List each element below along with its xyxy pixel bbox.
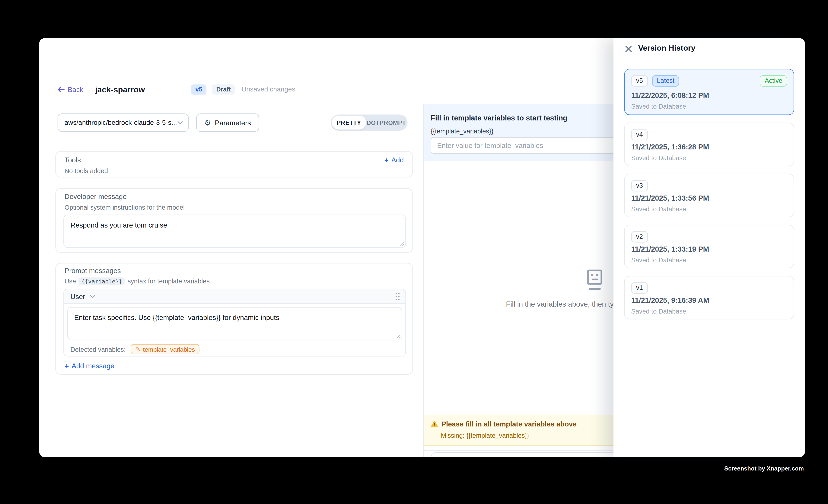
back-button[interactable]: Back xyxy=(57,85,83,93)
subtitle-prefix: Use xyxy=(65,278,76,285)
version-chip: v5 xyxy=(631,75,648,87)
toggle-pretty[interactable]: PRETTY xyxy=(332,116,366,129)
version-storage: Saved to Database xyxy=(631,205,686,213)
version-storage: Saved to Database xyxy=(631,154,686,162)
version-history-title: Version History xyxy=(638,43,695,52)
prompt-messages-card: Prompt messages Use {{variable}} syntax … xyxy=(55,263,413,375)
version-card-v5[interactable]: v5 Latest Active 11/22/2025, 6:08:12 PM … xyxy=(624,69,794,115)
version-card-v2[interactable]: v2 11/21/2025, 1:33:19 PM Saved to Datab… xyxy=(624,225,794,268)
version-history-panel: Version History v5 Latest Active 11/22/2… xyxy=(614,38,805,457)
model-select-value: aws/anthropic/bedrock-claude-3-5-s... xyxy=(65,119,177,126)
model-select[interactable]: aws/anthropic/bedrock-claude-3-5-s... xyxy=(57,114,189,132)
version-timestamp: 11/21/2025, 1:36:28 PM xyxy=(631,143,709,151)
message-field-wrap: Enter task specifics. Use {{template_var… xyxy=(67,307,402,340)
watermark-text: Screenshot by Xnapper.com xyxy=(724,465,804,471)
detected-variable-chip[interactable]: ✎ template_variables xyxy=(131,344,200,354)
developer-message-subtitle: Optional system instructions for the mod… xyxy=(65,204,184,211)
version-card-v1[interactable]: v1 11/21/2025, 9:16:39 AM Saved to Datab… xyxy=(624,276,794,320)
chip-row: v4 xyxy=(631,129,648,140)
bot-face-icon xyxy=(587,269,603,292)
add-tool-button[interactable]: + Add xyxy=(384,156,404,164)
chip-row: v5 Latest xyxy=(631,75,679,87)
add-tool-label: Add xyxy=(391,156,404,164)
message-input[interactable]: Enter task specifics. Use {{template_var… xyxy=(67,307,402,340)
warning-missing-text: Missing: {{template_variables}} xyxy=(441,432,529,439)
version-chip: v1 xyxy=(631,282,648,294)
parameters-button[interactable]: ⚙ Parameters xyxy=(196,114,259,132)
detected-variables-label: Detected variables: xyxy=(70,345,126,353)
detected-variable-name: template_variables xyxy=(143,346,195,352)
detected-variables-row: Detected variables: ✎ template_variables xyxy=(70,344,200,354)
message-header: User xyxy=(64,289,405,304)
version-card-v4[interactable]: v4 11/21/2025, 1:36:28 PM Saved to Datab… xyxy=(624,123,794,166)
plus-icon: + xyxy=(65,362,69,370)
latest-chip: Latest xyxy=(652,75,679,87)
prompt-messages-subtitle: Use {{variable}} syntax for template var… xyxy=(65,278,210,285)
warning-triangle-icon xyxy=(431,420,438,427)
variable-syntax-chip: {{variable}} xyxy=(79,278,125,285)
close-icon[interactable] xyxy=(625,45,632,53)
version-storage: Saved to Database xyxy=(631,256,686,264)
role-value: User xyxy=(70,292,85,300)
version-chip: v4 xyxy=(631,129,648,140)
version-timestamp: 11/21/2025, 1:33:19 PM xyxy=(631,245,709,253)
format-toggle: PRETTY DOTPROMPT xyxy=(331,115,408,131)
chip-row: v3 xyxy=(631,180,648,192)
add-message-button[interactable]: + Add message xyxy=(65,362,114,370)
tools-title: Tools xyxy=(65,156,81,164)
warning-title-row: Please fill in all template variables ab… xyxy=(431,420,577,428)
warning-title: Please fill in all template variables ab… xyxy=(442,420,577,428)
developer-message-title: Developer message xyxy=(65,193,127,201)
version-timestamp: 11/22/2025, 6:08:12 PM xyxy=(631,91,709,99)
toggle-dotprompt[interactable]: DOTPROMPT xyxy=(366,116,407,129)
version-card-v3[interactable]: v3 11/21/2025, 1:33:56 PM Saved to Datab… xyxy=(624,174,794,217)
version-storage: Saved to Database xyxy=(631,103,686,110)
drag-handle-icon[interactable] xyxy=(395,292,400,300)
subtitle-suffix: syntax for template variables xyxy=(128,278,210,285)
developer-message-card: Developer message Optional system instru… xyxy=(55,188,413,253)
role-select[interactable]: User xyxy=(70,292,95,300)
page-title: jack-sparrow xyxy=(95,85,145,94)
parameters-label: Parameters xyxy=(215,119,251,127)
gear-icon: ⚙ xyxy=(204,119,211,126)
version-timestamp: 11/21/2025, 9:16:39 AM xyxy=(631,296,709,304)
back-label: Back xyxy=(68,85,83,93)
draft-badge: Draft xyxy=(212,84,235,95)
chevron-down-icon xyxy=(90,295,95,298)
template-variable-label: {{template_variables}} xyxy=(431,127,494,135)
header-row: Back jack-sparrow v5 Draft Unsaved chang… xyxy=(57,84,295,95)
chip-row: v2 xyxy=(631,231,648,243)
version-badge: v5 xyxy=(191,84,207,95)
empty-state-text: Fill in the variables above, then typ xyxy=(506,300,618,308)
version-chip: v3 xyxy=(631,180,648,192)
developer-message-input[interactable]: Respond as you are tom cruise xyxy=(64,215,406,248)
screenshot-stage: Back jack-sparrow v5 Draft Unsaved chang… xyxy=(0,0,828,504)
active-chip: Active xyxy=(760,75,787,87)
prompt-messages-title: Prompt messages xyxy=(65,267,121,275)
banner-title: Fill in template variables to start test… xyxy=(431,114,568,122)
add-message-label: Add message xyxy=(72,362,114,370)
tools-empty-text: No tools added xyxy=(65,167,108,175)
chevron-down-icon xyxy=(177,121,183,124)
arrow-left-icon xyxy=(57,87,65,92)
chip-row: v1 xyxy=(631,282,648,294)
message-block: User Enter task specifics. Use {{templat… xyxy=(64,289,406,356)
version-storage: Saved to Database xyxy=(631,307,686,315)
version-timestamp: 11/21/2025, 1:33:56 PM xyxy=(631,194,709,202)
plus-icon: + xyxy=(384,156,388,164)
pencil-icon: ✎ xyxy=(135,346,140,352)
tools-card: Tools + Add No tools added xyxy=(55,151,413,177)
version-chip: v2 xyxy=(631,231,648,243)
unsaved-changes-text: Unsaved changes xyxy=(241,86,295,93)
panel-divider xyxy=(614,61,805,61)
developer-message-field-wrap: Respond as you are tom cruise xyxy=(64,215,406,248)
